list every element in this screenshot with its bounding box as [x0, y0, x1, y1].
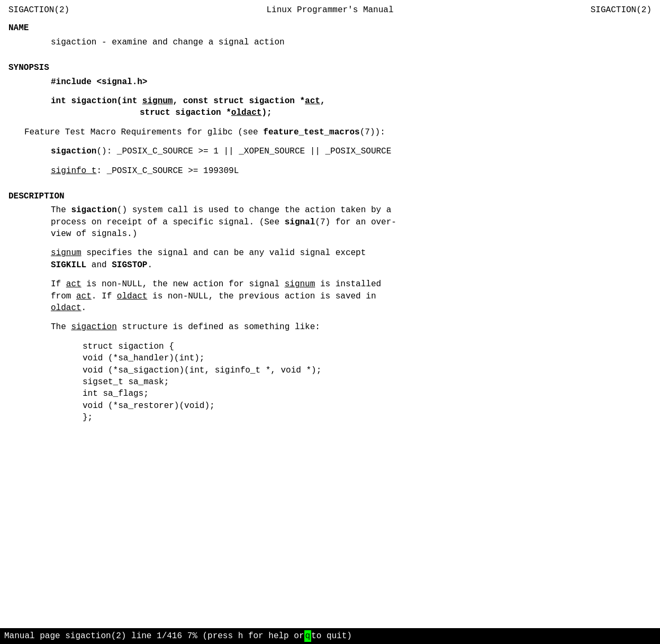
struct-line-restorer: void (*sa_restorer)(void); [83, 400, 652, 412]
description-para1: The sigaction() system call is used to c… [8, 204, 652, 240]
status-text-2: to quit) [311, 630, 352, 642]
section-name: NAME sigaction - examine and change a si… [8, 22, 652, 48]
desc-para3-oldact: oldact [117, 292, 148, 301]
desc-para3-from: from [51, 292, 76, 301]
desc-para3-text1: is non-NULL, the new action for signal [82, 279, 285, 289]
section-synopsis-title: SYNOPSIS [8, 62, 652, 74]
feature-macro-ref: (7)): [360, 128, 385, 137]
synopsis-signum: signum [142, 96, 173, 106]
desc-para3-act: act [66, 279, 82, 289]
desc-para2-sigstop: SIGSTOP [112, 260, 147, 270]
desc-para1-rest: () system call is used to change the act… [117, 205, 391, 215]
desc-para1-the: The [51, 205, 71, 215]
struct-line-open: struct sigaction { [83, 341, 652, 352]
desc-para2-period: . [147, 260, 152, 270]
desc-para1-line3: view of signals.) [51, 229, 137, 239]
synopsis-cont-struct: struct sigaction * [140, 108, 231, 117]
struct-line-handler: void (*sa_handler)(int); [83, 352, 652, 364]
section-name-title: NAME [8, 22, 652, 34]
synopsis-cont-paren: ); [261, 108, 272, 117]
status-text-1: Manual page sigaction(2) line 1/416 7% (… [4, 630, 304, 642]
desc-para2-text1: specifies the signal and can be any vali… [82, 248, 366, 258]
desc-para4-sigaction: sigaction [71, 322, 116, 332]
siginfo-req-line: siginfo_t: _POSIX_C_SOURCE >= 199309L [8, 165, 652, 177]
header-center: Linux Programmer's Manual [266, 4, 393, 16]
sigaction-req-bold: sigaction [51, 147, 96, 156]
desc-para3-act2: act [76, 292, 92, 301]
synopsis-oldact: oldact [231, 108, 262, 117]
synopsis-func-mid: , const struct sigaction * [173, 96, 305, 106]
desc-para3-text2: is installed [315, 279, 381, 289]
section-synopsis: SYNOPSIS #include <signal.h> int sigacti… [8, 62, 652, 177]
synopsis-func: int sigaction(int signum, const struct s… [8, 95, 652, 107]
siginfo-req-text: : _POSIX_C_SOURCE >= 199309L [96, 166, 239, 176]
struct-line-close: }; [83, 412, 652, 423]
synopsis-func-name: sigaction(int [71, 96, 142, 106]
desc-para3-if: If [51, 279, 66, 289]
section-description-title: DESCRIPTION [8, 191, 652, 202]
synopsis-include: #include <signal.h> [8, 76, 652, 88]
header-left: SIGACTION(2) [8, 4, 69, 16]
desc-para1-signal: signal [285, 217, 315, 227]
header-line: SIGACTION(2) Linux Programmer's Manual S… [8, 4, 652, 16]
status-q-highlight: q [304, 630, 312, 642]
sigaction-req-line: sigaction(): _POSIX_C_SOURCE >= 1 || _XO… [8, 146, 652, 157]
desc-para4-rest: structure is defined as something like: [117, 322, 320, 332]
siginfo-underline: siginfo_t [51, 166, 96, 176]
desc-para3-text3: . If [92, 292, 117, 301]
desc-para2-sigkill: SIGKILL [51, 260, 86, 270]
desc-para3-dot: . [82, 303, 87, 313]
status-bar: Manual page sigaction(2) line 1/416 7% (… [0, 628, 660, 644]
description-para4: The sigaction structure is defined as so… [8, 321, 652, 333]
section-description: DESCRIPTION The sigaction() system call … [8, 191, 652, 424]
struct-line-sigaction: void (*sa_sigaction)(int, siginfo_t *, v… [83, 365, 652, 376]
struct-line-flags: int sa_flags; [83, 388, 652, 400]
sigaction-req-text: (): _POSIX_C_SOURCE >= 1 || _XOPEN_SOURC… [96, 147, 391, 156]
description-para3: If act is non-NULL, the new action for s… [8, 278, 652, 314]
struct-block: struct sigaction { void (*sa_handler)(in… [8, 341, 652, 424]
desc-para3-signum: signum [285, 279, 315, 289]
desc-para1-sigaction: sigaction [71, 205, 116, 215]
desc-para1-line2: process on receipt of a specific signal.… [51, 217, 285, 227]
desc-para4-the: The [51, 322, 71, 332]
main-content: SIGACTION(2) Linux Programmer's Manual S… [0, 0, 660, 424]
desc-para2-signum: signum [51, 248, 82, 258]
section-name-content: sigaction - examine and change a signal … [8, 37, 652, 48]
desc-para3-oldact2: oldact [51, 303, 82, 313]
struct-line-mask: sigset_t sa_mask; [83, 376, 652, 388]
synopsis-act: act [305, 96, 320, 106]
feature-macro-bold: feature_test_macros [263, 128, 359, 137]
synopsis-func-int: int [51, 96, 71, 106]
desc-para3-text4: is non-NULL, the previous action is save… [147, 292, 376, 301]
header-right: SIGACTION(2) [591, 4, 652, 16]
synopsis-cont: struct sigaction *oldact); [8, 107, 652, 119]
feature-intro-text: Feature Test Macro Requirements for glib… [24, 128, 263, 137]
feature-intro-line: Feature Test Macro Requirements for glib… [8, 126, 652, 138]
synopsis-func-comma: , [320, 96, 326, 106]
desc-para1-ref: (7) for an over- [315, 217, 396, 227]
description-para2: signum specifies the signal and can be a… [8, 247, 652, 271]
desc-para2-and: and [86, 260, 112, 270]
